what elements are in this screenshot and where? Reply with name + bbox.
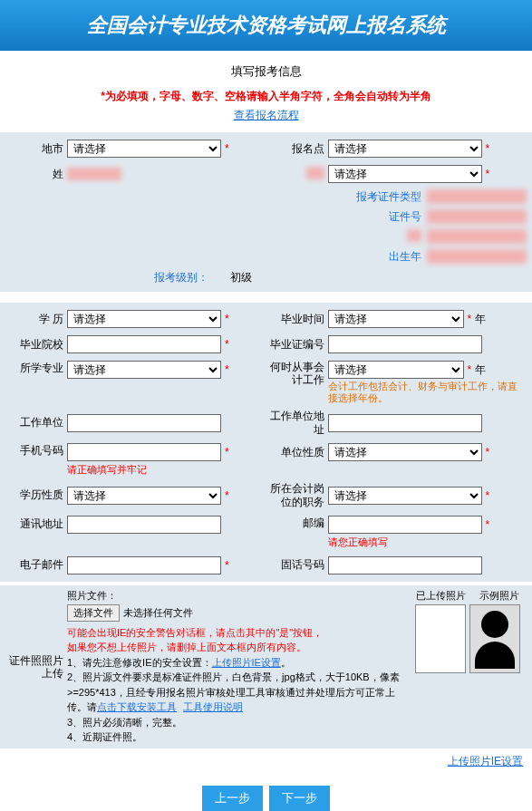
select-acc-position[interactable]: 请选择 (328, 487, 482, 505)
value-exam-level: 初级 (230, 270, 252, 285)
prev-button[interactable]: 上一步 (202, 786, 263, 811)
select-work-since[interactable]: 请选择 (328, 361, 464, 379)
label-exam-point: 报名点 (266, 141, 328, 157)
required-mark: * (225, 489, 229, 502)
label-contact-addr: 通讯地址 (5, 517, 67, 532)
required-mark: * (225, 338, 229, 351)
form-block-2: 学 历 请选择 * 毕业时间 请选择 * 年 毕业院校 * (0, 303, 532, 582)
label-work-since: 何时从事会计工作 (266, 361, 328, 387)
photo-li3: 3、照片必须清晰，完整。 (67, 715, 403, 730)
required-mark: * (225, 559, 229, 572)
label-edu-nature: 学历性质 (5, 488, 67, 503)
label-tel: 固话号码 (266, 557, 328, 573)
year-suffix: 年 (475, 362, 486, 378)
page-banner: 全国会计专业技术资格考试网上报名系统 (0, 0, 532, 51)
value-birth-year (427, 249, 527, 264)
select-unknown[interactable]: 请选择 (328, 165, 482, 183)
label-cert-type: 报考证件类型 (356, 189, 421, 205)
banner-title: 全国会计专业技术资格考试网上报名系统 (87, 12, 446, 39)
label-blank1 (407, 229, 421, 245)
input-grad-cert-no[interactable] (328, 335, 482, 353)
required-mark: * (486, 518, 490, 531)
form-block-1: 地市 请选择 * 报名点 请选择 * 姓 (0, 132, 532, 292)
ie-setting-link-1[interactable]: 上传照片IE设置 (212, 657, 281, 668)
required-notice: *为必填项，字母、数字、空格请输入半角字符，全角会自动转为半角 (0, 89, 532, 104)
required-mark: * (486, 489, 490, 502)
avatar-head-icon (481, 611, 508, 638)
section-title: 填写报考信息 (0, 51, 532, 89)
label-grad-school: 毕业院校 (5, 337, 67, 352)
label-major: 所学专业 (5, 361, 67, 376)
label-cert-no: 证件号 (389, 209, 421, 225)
uploaded-photo-box (415, 604, 466, 673)
label-email: 电子邮件 (5, 557, 67, 573)
photo-li4: 4、近期证件照。 (67, 729, 403, 745)
photo-li2: 2、照片源文件要求是标准证件照片，白色背景，jpg格式，大于10KB，像素>=2… (67, 670, 403, 715)
photo-warn1: 可能会出现IE的安全警告对话框，请点击其中的"是"按钮， (67, 625, 403, 641)
input-phone[interactable] (67, 443, 221, 461)
view-flow-link[interactable]: 查看报名流程 (234, 109, 299, 121)
label-unknown (266, 167, 328, 182)
phone-hint: 请正确填写并牢记 (67, 463, 147, 477)
value-cert-no (427, 209, 527, 224)
label-name: 姓 (5, 167, 67, 182)
tool-manual-link[interactable]: 工具使用说明 (183, 701, 243, 712)
year-suffix: 年 (475, 312, 486, 327)
photo-li1: 1、请先注意修改IE的安全设置：上传照片IE设置。 (67, 655, 403, 671)
label-birth-year: 出生年 (389, 249, 421, 265)
label-acc-position: 所在会计岗位的职务 (266, 482, 328, 508)
select-grad-time[interactable]: 请选择 (328, 310, 464, 328)
value-blank1 (427, 229, 527, 244)
required-mark: * (486, 142, 490, 155)
label-postcode: 邮编 (266, 516, 328, 531)
sample-photo-label: 示例照片 (479, 589, 519, 603)
label-city: 地市 (5, 141, 67, 157)
label-grad-time: 毕业时间 (266, 312, 328, 327)
input-tel[interactable] (328, 556, 482, 574)
label-unit-nature: 单位性质 (266, 445, 328, 460)
label-photo-upload: 证件照照片上传 (5, 654, 67, 681)
redacted (67, 168, 121, 180)
select-exam-point[interactable]: 请选择 (328, 140, 482, 158)
postcode-hint: 请您正确填写 (328, 536, 388, 549)
photo-file-label: 照片文件： (67, 589, 403, 603)
input-email[interactable] (67, 556, 221, 574)
label-exam-level: 报考级别： (5, 270, 230, 285)
next-button[interactable]: 下一步 (269, 786, 330, 811)
select-major[interactable]: 请选择 (67, 361, 221, 379)
ie-setting-link-2[interactable]: 上传照片IE设置 (448, 755, 523, 768)
input-contact-addr[interactable] (67, 516, 221, 534)
select-edu[interactable]: 请选择 (67, 310, 221, 328)
input-grad-school[interactable] (67, 335, 221, 353)
choose-file-button[interactable]: 选择文件 (67, 604, 120, 622)
input-work-unit[interactable] (67, 414, 221, 432)
required-mark: * (486, 168, 490, 180)
avatar-body-icon (475, 642, 515, 669)
label-grad-cert-no: 毕业证编号 (266, 337, 328, 352)
required-mark: * (225, 142, 229, 155)
required-mark: * (468, 363, 472, 376)
uploaded-photo-label: 已上传照片 (416, 589, 466, 603)
required-mark: * (486, 446, 490, 459)
label-work-unit: 工作单位 (5, 415, 67, 430)
label-edu: 学 历 (5, 312, 67, 327)
required-mark: * (225, 313, 229, 325)
select-unit-nature[interactable]: 请选择 (328, 443, 482, 461)
required-mark: * (468, 313, 472, 325)
value-cert-type (427, 189, 527, 204)
select-city[interactable]: 请选择 (67, 140, 221, 158)
photo-block: 证件照照片上传 照片文件： 选择文件 未选择任何文件 可能会出现IE的安全警告对… (0, 585, 532, 748)
input-postcode[interactable] (328, 516, 482, 534)
input-unit-addr[interactable] (328, 414, 482, 432)
required-mark: * (225, 363, 229, 376)
sample-photo-box (469, 604, 520, 673)
no-file-text: 未选择任何文件 (123, 606, 193, 620)
work-since-hint: 会计工作包括会计、财务与审计工作，请直接选择年份。 (328, 381, 527, 404)
photo-warn2: 如果您不想上传照片，请删掉上面文本框内所有内容。 (67, 640, 403, 655)
label-phone: 手机号码 (5, 443, 67, 459)
select-edu-nature[interactable]: 请选择 (67, 487, 221, 505)
required-mark: * (225, 446, 229, 459)
label-unit-addr: 工作单位地址 (266, 410, 328, 436)
download-tool-link[interactable]: 点击下载安装工具 (97, 701, 177, 712)
